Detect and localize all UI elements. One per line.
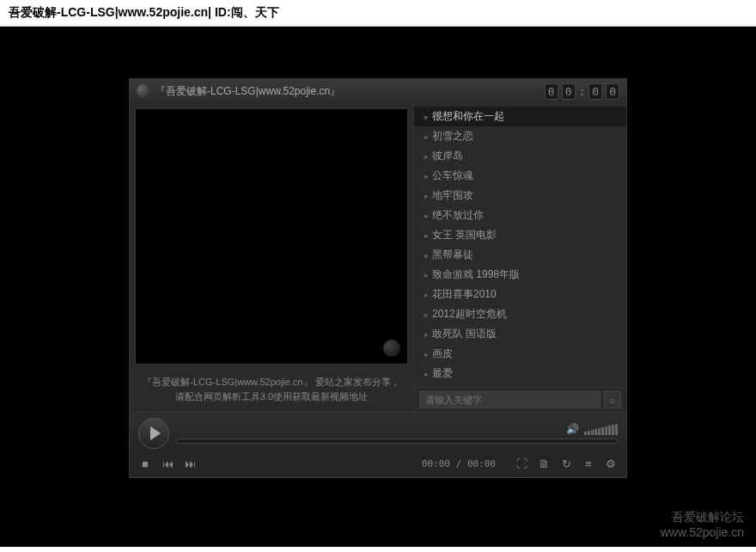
- time-current: 00:00: [422, 458, 450, 469]
- clock-colon: :: [579, 85, 586, 98]
- playlist-item-label: 很想和你在一起: [432, 109, 504, 124]
- playlist-item-label: 女王 英国电影: [432, 228, 497, 242]
- titlebar-text: 『吾爱破解-LCG-LSG|www.52pojie.cn』: [155, 84, 540, 99]
- volume-slider[interactable]: [584, 424, 618, 435]
- search-input[interactable]: [419, 391, 601, 408]
- playlist-item[interactable]: ▸很想和你在一起: [414, 107, 626, 126]
- playlist-item[interactable]: ▸地牢围攻: [414, 186, 626, 205]
- player-window: 『吾爱破解-LCG-LSG|www.52pojie.cn』 0 0 : 0 0 …: [129, 78, 627, 478]
- clock-h2: 0: [562, 83, 576, 100]
- playlist-item[interactable]: ▸敢死队 国语版: [414, 324, 626, 344]
- chevron-right-icon: ▸: [424, 251, 429, 260]
- stop-button[interactable]: ■: [138, 457, 152, 470]
- next-button[interactable]: ⏭: [183, 457, 197, 470]
- time-total: 00:00: [467, 458, 496, 469]
- volume-icon[interactable]: 🔊: [566, 423, 579, 435]
- repeat-button[interactable]: ↻: [559, 457, 573, 470]
- clock-m1: 0: [588, 83, 602, 100]
- player-body: 『吾爱破解-LCG-LSG|www.52pojie.cn』 爱站之家发布分享，请…: [130, 103, 626, 412]
- playlist-item[interactable]: ▸黑帮暴徒: [414, 245, 626, 265]
- play-button[interactable]: [138, 418, 169, 449]
- clock-m2: 0: [606, 83, 619, 100]
- chevron-right-icon: ▸: [424, 132, 429, 141]
- controls-bottom: ■ ⏮ ⏭ 00:00 / 00:00 ⛶ 🗎 ↻ ≡ ⚙: [130, 454, 626, 477]
- chevron-right-icon: ▸: [424, 212, 429, 220]
- playlist-item-label: 花田喜事2010: [432, 287, 497, 302]
- lyrics-button[interactable]: 🗎: [537, 457, 551, 470]
- playlist-item[interactable]: ▸最爱: [414, 364, 626, 383]
- playlist-item[interactable]: ▸花田喜事2010: [414, 285, 626, 304]
- playlist-item[interactable]: ▸致命游戏 1998年版: [414, 265, 626, 285]
- progress-area: 🔊: [176, 423, 618, 444]
- playlist-item[interactable]: ▸公车惊魂: [414, 166, 626, 186]
- search-icon: ⌕: [610, 396, 615, 405]
- clock-h1: 0: [545, 83, 558, 100]
- volume-area: 🔊: [176, 423, 618, 435]
- playlist-item-label: 2012超时空危机: [432, 307, 507, 322]
- app-icon: [137, 84, 150, 98]
- description-text: 一款免费的在线Flash音乐播放器，致力于提供最佳在线音乐播放解决方案。支持的音…: [0, 547, 756, 552]
- playlist-area: ▸很想和你在一起▸初雪之恋▸彼岸岛▸公车惊魂▸地牢围攻▸绝不放过你▸女王 英国电…: [413, 103, 626, 412]
- playlist-item[interactable]: ▸女王 英国电影: [414, 225, 626, 245]
- playlist-item-label: 彼岸岛: [432, 149, 463, 163]
- fullscreen-button[interactable]: ⛶: [515, 457, 528, 470]
- time-display: 00:00 / 00:00: [422, 458, 496, 469]
- playlist-item-label: 敢死队 国语版: [432, 327, 497, 341]
- playlist-item-label: 地牢围攻: [432, 188, 473, 203]
- playlist-item-label: 致命游戏 1998年版: [432, 267, 520, 282]
- prev-button[interactable]: ⏮: [161, 457, 174, 470]
- playlist-item[interactable]: ▸画皮: [414, 344, 626, 364]
- playlist-item[interactable]: ▸彼岸岛: [414, 146, 626, 166]
- playlist-item-label: 最爱: [432, 366, 453, 381]
- chevron-right-icon: ▸: [424, 330, 429, 339]
- settings-button[interactable]: ⚙: [604, 457, 618, 470]
- controls-row: 🔊: [130, 412, 626, 454]
- player-titlebar: 『吾爱破解-LCG-LSG|www.52pojie.cn』 0 0 : 0 0: [130, 79, 626, 103]
- playlist-item[interactable]: ▸2012超时空危机: [414, 304, 626, 324]
- chevron-right-icon: ▸: [424, 152, 429, 161]
- playlist-item-label: 绝不放过你: [432, 208, 484, 223]
- page-title: 吾爱破解-LCG-LSG|www.52pojie.cn| ID:闯、天下: [0, 0, 756, 27]
- chevron-right-icon: ▸: [424, 291, 429, 299]
- clock-display: 0 0 : 0 0: [545, 83, 619, 100]
- video-caption: 『吾爱破解-LCG-LSG|www.52pojie.cn』 爱站之家发布分享，请…: [130, 370, 413, 412]
- chevron-right-icon: ▸: [424, 370, 429, 378]
- video-area: 『吾爱破解-LCG-LSG|www.52pojie.cn』 爱站之家发布分享，请…: [130, 103, 413, 412]
- playlist-item[interactable]: ▸绝不放过你: [414, 205, 626, 225]
- playlist-item-label: 黑帮暴徒: [432, 248, 473, 262]
- playlist-item-label: 画皮: [432, 347, 453, 361]
- playlist-item[interactable]: ▸初雪之恋: [414, 126, 626, 146]
- search-button[interactable]: ⌕: [604, 391, 621, 408]
- playlist: ▸很想和你在一起▸初雪之恋▸彼岸岛▸公车惊魂▸地牢围攻▸绝不放过你▸女王 英国电…: [414, 103, 626, 387]
- playlist-item-label: 公车惊魂: [432, 169, 473, 183]
- playlist-item-label: 初雪之恋: [432, 129, 473, 144]
- video-logo-icon: [383, 340, 400, 357]
- video-container: 『吾爱破解-LCG-LSG|www.52pojie.cn』 0 0 : 0 0 …: [0, 27, 756, 547]
- chevron-right-icon: ▸: [424, 310, 429, 319]
- video-screen[interactable]: [135, 108, 408, 365]
- chevron-right-icon: ▸: [424, 172, 429, 181]
- right-controls: ⛶ 🗎 ↻ ≡ ⚙: [515, 457, 618, 470]
- chevron-right-icon: ▸: [424, 192, 429, 200]
- playlist-button[interactable]: ≡: [582, 457, 595, 470]
- chevron-right-icon: ▸: [424, 350, 429, 359]
- chevron-right-icon: ▸: [424, 231, 429, 240]
- chevron-right-icon: ▸: [424, 271, 429, 279]
- progress-bar[interactable]: [176, 439, 618, 444]
- chevron-right-icon: ▸: [424, 113, 429, 121]
- play-icon: [150, 426, 161, 440]
- search-row: ⌕: [414, 387, 626, 412]
